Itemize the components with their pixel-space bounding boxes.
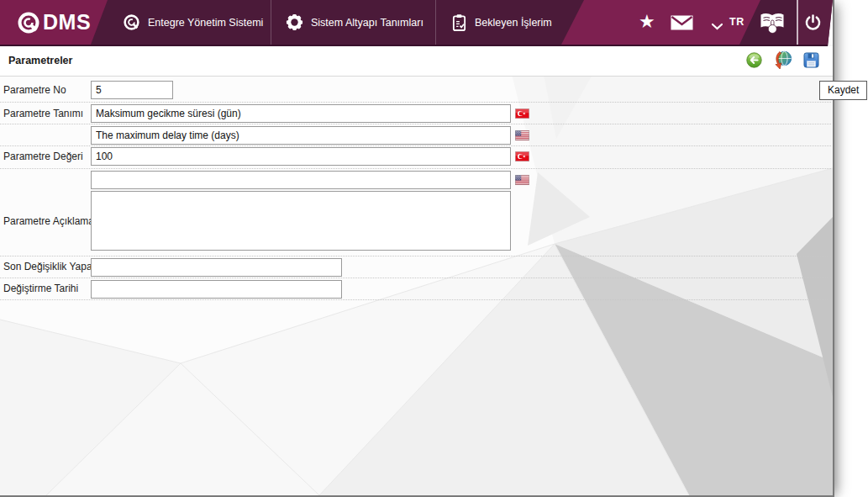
refresh-button[interactable] (773, 50, 793, 74)
page-title: Parametreler (8, 55, 72, 66)
chevron-down-icon (711, 23, 723, 30)
nav-separator (435, 0, 436, 45)
back-button[interactable] (746, 52, 762, 71)
us-flag-icon (515, 175, 529, 185)
language-selector[interactable] (711, 19, 723, 33)
us-flag-icon (515, 130, 529, 140)
language-code[interactable]: TR (729, 17, 744, 28)
save-button[interactable] (803, 52, 819, 71)
top-nav-bar: DMS Entegre Yönetim Sistemi (0, 0, 833, 46)
favorites-star-icon[interactable]: ★ (639, 13, 655, 31)
parametre-tanimi-tr-input[interactable] (91, 104, 511, 123)
logout-power-icon[interactable] (804, 13, 822, 34)
globe-refresh-icon (773, 50, 793, 71)
row-divider (0, 102, 831, 103)
page-title-bar: Parametreler (0, 46, 833, 77)
tasks-icon (451, 13, 467, 32)
nav-item-sistem-altyapi-tanimlari[interactable]: Sistem Altyapı Tanımları (286, 0, 423, 45)
mail-icon (671, 15, 693, 30)
parametre-degeri-tr-input[interactable] (91, 147, 511, 166)
nav-item-bekleyen-islerim[interactable]: Bekleyen İşlerim (451, 0, 552, 45)
label-parametre-no: Parametre No (3, 84, 66, 96)
logo-text: DMS (43, 10, 91, 34)
label-parametre-degeri: Parametre Değeri (3, 151, 83, 162)
q-circle-icon (17, 11, 40, 34)
power-icon (804, 13, 822, 31)
label-parametre-tanimi: Parametre Tanımı (3, 108, 83, 119)
label-degistirme-tarihi: Değiştirme Tarihi (3, 283, 78, 294)
save-icon (803, 52, 819, 68)
nav-label: Sistem Altyapı Tanımları (311, 17, 423, 29)
parametre-no-input[interactable] (91, 81, 173, 99)
row-divider (0, 256, 831, 256)
turkish-flag-icon (515, 108, 529, 119)
nav-item-entegre-yonetim-sistemi[interactable]: Entegre Yönetim Sistemi (123, 0, 263, 45)
nav-label: Entegre Yönetim Sistemi (148, 17, 263, 29)
app-window: DMS Entegre Yönetim Sistemi (0, 0, 834, 497)
handbook-icon (759, 12, 786, 34)
nav-separator (271, 0, 271, 45)
degistirme-tarihi-input[interactable] (91, 280, 342, 299)
nav-label: Bekleyen İşlerim (475, 17, 552, 29)
row-divider (0, 278, 831, 278)
qdms-icon (123, 13, 140, 31)
help-handbook-icon[interactable] (759, 12, 786, 37)
qdms-logo[interactable]: DMS (0, 0, 108, 45)
turkish-flag-icon (515, 151, 529, 161)
son-degisiklik-yapan-input[interactable] (91, 258, 342, 277)
row-divider (0, 124, 831, 124)
row-divider (0, 168, 831, 169)
header-separator (797, 0, 798, 45)
parametre-degeri-en-input[interactable] (91, 171, 511, 189)
back-icon (746, 52, 762, 68)
save-tooltip: Kaydet (819, 81, 867, 100)
label-son-degisiklik-yapan: Son Değişiklik Yapan (3, 261, 97, 272)
gear-icon (286, 13, 303, 31)
row-divider (0, 145, 831, 146)
messages-mail-icon[interactable] (671, 15, 693, 33)
parametre-aciklamasi-textarea[interactable] (91, 191, 511, 251)
row-divider (0, 299, 831, 300)
parametre-tanimi-en-input[interactable] (91, 126, 511, 145)
label-parametre-aciklamasi: Parametre Açıklaması (3, 215, 102, 227)
